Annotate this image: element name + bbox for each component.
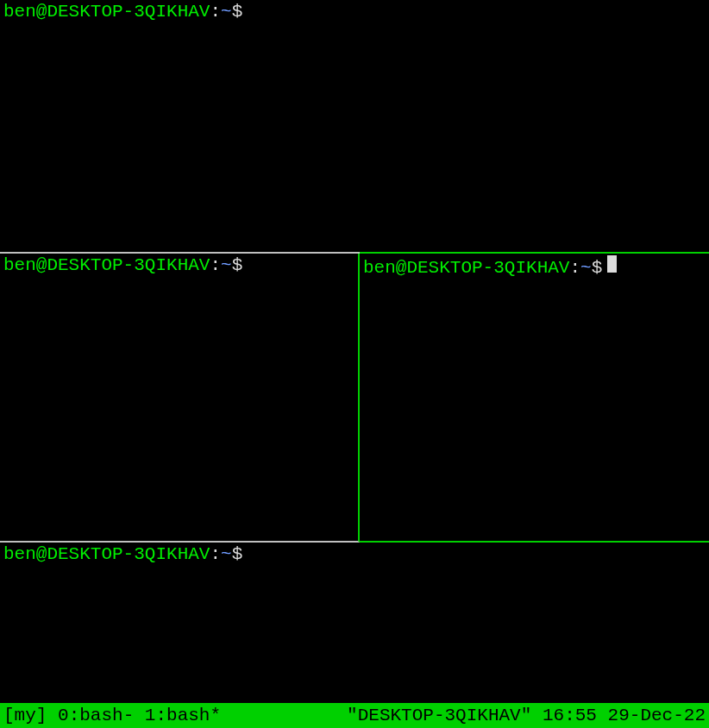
- pane-bottom[interactable]: ben@DESKTOP-3QIKHAV:~$: [0, 543, 709, 728]
- prompt-path: ~: [580, 258, 592, 278]
- prompt-dollar: $: [592, 258, 603, 278]
- status-left: [my] 0:bash- 1:bash*: [3, 706, 221, 725]
- status-hostname: "DESKTOP-3QIKHAV": [347, 706, 531, 725]
- status-date: 29-Dec-22: [597, 706, 706, 725]
- prompt-user-host: ben@DESKTOP-3QIKHAV: [3, 255, 210, 275]
- prompt-dollar: $: [232, 544, 243, 564]
- middle-row: ben@DESKTOP-3QIKHAV:~$ ben@DESKTOP-3QIKH…: [0, 254, 709, 543]
- status-right: "DESKTOP-3QIKHAV" 16:55 29-Dec-22: [347, 706, 706, 725]
- prompt-user-host: ben@DESKTOP-3QIKHAV: [3, 544, 210, 564]
- cursor: [607, 255, 617, 273]
- prompt-dollar: $: [232, 2, 243, 22]
- tmux-session: ben@DESKTOP-3QIKHAV:~$ ben@DESKTOP-3QIKH…: [0, 0, 709, 728]
- tmux-status-bar: [my] 0:bash- 1:bash* "DESKTOP-3QIKHAV" 1…: [0, 703, 709, 728]
- prompt-user-host: ben@DESKTOP-3QIKHAV: [3, 2, 210, 22]
- status-time: 16:55: [531, 706, 597, 725]
- prompt-path: ~: [221, 255, 232, 275]
- prompt-user-host: ben@DESKTOP-3QIKHAV: [363, 258, 569, 278]
- prompt-colon: :: [569, 258, 580, 278]
- prompt-line: ben@DESKTOP-3QIKHAV:~$: [3, 544, 706, 564]
- prompt-path: ~: [221, 544, 232, 564]
- prompt-colon: :: [210, 544, 221, 564]
- prompt-line: ben@DESKTOP-3QIKHAV:~$: [3, 255, 354, 275]
- prompt-path: ~: [221, 2, 232, 22]
- pane-mid-left[interactable]: ben@DESKTOP-3QIKHAV:~$: [0, 254, 360, 543]
- prompt-line: ben@DESKTOP-3QIKHAV:~$: [363, 255, 706, 278]
- pane-top[interactable]: ben@DESKTOP-3QIKHAV:~$: [0, 0, 709, 254]
- session-name[interactable]: [my]: [3, 706, 47, 725]
- prompt-dollar: $: [232, 255, 243, 275]
- pane-mid-right-active[interactable]: ben@DESKTOP-3QIKHAV:~$: [360, 252, 709, 543]
- prompt-colon: :: [210, 255, 221, 275]
- prompt-line: ben@DESKTOP-3QIKHAV:~$: [3, 2, 706, 22]
- window-list[interactable]: 0:bash- 1:bash*: [47, 706, 221, 725]
- prompt-colon: :: [210, 2, 221, 22]
